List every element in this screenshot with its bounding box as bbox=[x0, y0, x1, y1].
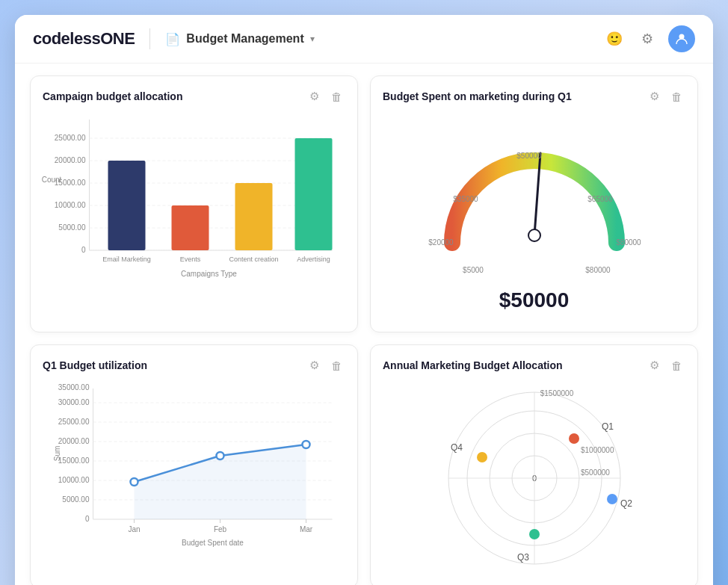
page-document-icon: 📄 bbox=[165, 32, 180, 46]
svg-text:15000.00: 15000.00 bbox=[58, 456, 90, 465]
svg-text:Mar: Mar bbox=[300, 525, 313, 533]
gauge-value: $50000 bbox=[499, 288, 569, 312]
svg-text:25000.00: 25000.00 bbox=[58, 418, 90, 426]
polar-chart-card-header: Annual Marketing Budget Allocation ⚙ 🗑 bbox=[383, 357, 685, 374]
bar-chart-delete-button[interactable]: 🗑 bbox=[328, 89, 345, 105]
svg-text:20000.00: 20000.00 bbox=[58, 437, 90, 445]
bar-chart-svg: 0 5000.00 10000.00 15000.00 20000.00 250… bbox=[43, 112, 345, 284]
svg-text:Email Marketing: Email Marketing bbox=[102, 256, 151, 263]
polar-container: 0 $500000 $1000000 $1500000 Q1 bbox=[383, 381, 685, 575]
page-title-area: 📄 Budget Management ▾ bbox=[165, 32, 602, 46]
user-avatar-button[interactable] bbox=[668, 25, 695, 52]
svg-text:5000.00: 5000.00 bbox=[62, 495, 90, 504]
gauge-card: Budget Spent on marketing during Q1 ⚙ 🗑 bbox=[370, 75, 698, 332]
bar-chart-actions: ⚙ 🗑 bbox=[306, 88, 345, 105]
polar-chart-settings-button[interactable]: ⚙ bbox=[647, 357, 662, 374]
svg-point-55 bbox=[303, 441, 310, 448]
svg-text:$80000: $80000 bbox=[585, 266, 611, 274]
gauge-delete-button[interactable]: 🗑 bbox=[668, 89, 685, 105]
gauge-svg: $35000 $50000 $65000 $20000 $80000 $5000… bbox=[407, 120, 661, 284]
bar-chart-y-label: Count bbox=[42, 176, 62, 205]
svg-point-53 bbox=[131, 478, 138, 486]
header-actions: 🙂 ⚙ bbox=[602, 25, 695, 52]
svg-rect-15 bbox=[108, 161, 146, 250]
svg-text:Q1: Q1 bbox=[602, 421, 614, 432]
svg-text:$50000: $50000 bbox=[516, 152, 542, 160]
bar-chart-settings-button[interactable]: ⚙ bbox=[306, 88, 322, 105]
svg-text:$5000: $5000 bbox=[463, 266, 484, 274]
dashboard-grid: Campaign budget allocation ⚙ 🗑 Count 0 5… bbox=[15, 64, 713, 585]
svg-text:$500000: $500000 bbox=[581, 468, 610, 477]
gauge-settings-button[interactable]: ⚙ bbox=[647, 88, 662, 105]
line-chart-area: 0 5000.00 10000.00 15000.00 20000.00 250… bbox=[43, 381, 345, 553]
gauge-title: Budget Spent on marketing during Q1 bbox=[383, 90, 572, 102]
line-chart-card-header: Q1 Budget utilization ⚙ 🗑 bbox=[43, 357, 345, 374]
svg-text:$20000: $20000 bbox=[428, 238, 454, 247]
polar-chart-delete-button[interactable]: 🗑 bbox=[668, 358, 685, 374]
svg-point-73 bbox=[569, 433, 579, 444]
bar-chart-card: Campaign budget allocation ⚙ 🗑 Count 0 5… bbox=[30, 75, 358, 332]
polar-chart-svg: 0 $500000 $1000000 $1500000 Q1 bbox=[407, 389, 661, 568]
gauge-actions: ⚙ 🗑 bbox=[647, 88, 685, 105]
svg-text:Sum: Sum bbox=[53, 446, 61, 462]
svg-text:5000.00: 5000.00 bbox=[58, 223, 86, 232]
gauge-card-header: Budget Spent on marketing during Q1 ⚙ 🗑 bbox=[383, 88, 685, 105]
bar-chart-card-header: Campaign budget allocation ⚙ 🗑 bbox=[43, 88, 345, 105]
svg-text:30000.00: 30000.00 bbox=[58, 398, 90, 406]
header-divider bbox=[149, 28, 150, 49]
svg-text:$65000: $65000 bbox=[587, 195, 613, 203]
svg-point-75 bbox=[607, 494, 617, 504]
emoji-icon-button[interactable]: 🙂 bbox=[602, 27, 626, 51]
svg-text:Q3: Q3 bbox=[516, 552, 528, 563]
svg-text:$1500000: $1500000 bbox=[540, 389, 573, 397]
svg-text:Feb: Feb bbox=[214, 525, 227, 533]
line-chart-actions: ⚙ 🗑 bbox=[306, 357, 345, 374]
line-chart-svg: 0 5000.00 10000.00 15000.00 20000.00 250… bbox=[43, 381, 345, 553]
svg-text:$35000: $35000 bbox=[453, 195, 478, 203]
svg-point-79 bbox=[477, 452, 487, 462]
page-title-dropdown-arrow[interactable]: ▾ bbox=[310, 34, 315, 44]
line-chart-title: Q1 Budget utilization bbox=[43, 359, 147, 371]
gauge-container: $35000 $50000 $65000 $20000 $80000 $5000… bbox=[383, 112, 685, 320]
svg-text:Budget Spent date: Budget Spent date bbox=[182, 539, 244, 547]
svg-rect-21 bbox=[295, 138, 333, 250]
header: codelessONE 📄 Budget Management ▾ 🙂 ⚙ bbox=[15, 15, 713, 64]
svg-text:$1000000: $1000000 bbox=[581, 446, 614, 454]
polar-chart-card: Annual Marketing Budget Allocation ⚙ 🗑 bbox=[370, 344, 698, 585]
svg-text:Q2: Q2 bbox=[620, 498, 632, 509]
svg-point-54 bbox=[217, 452, 224, 459]
svg-rect-19 bbox=[235, 183, 273, 250]
svg-text:35000.00: 35000.00 bbox=[58, 383, 90, 391]
line-chart-card: Q1 Budget utilization ⚙ 🗑 0 5000.00 bbox=[30, 344, 358, 585]
svg-text:20000.00: 20000.00 bbox=[55, 156, 86, 164]
svg-text:$80000: $80000 bbox=[616, 238, 641, 247]
svg-text:0: 0 bbox=[81, 246, 86, 254]
page-title: Budget Management bbox=[186, 32, 303, 46]
svg-text:Jan: Jan bbox=[128, 525, 140, 533]
polar-chart-title: Annual Marketing Budget Allocation bbox=[383, 359, 563, 371]
svg-rect-17 bbox=[172, 205, 209, 250]
svg-text:Campaigns Type: Campaigns Type bbox=[181, 270, 237, 278]
logo: codelessONE bbox=[33, 29, 135, 49]
bar-chart-title: Campaign budget allocation bbox=[43, 90, 182, 102]
bar-chart-area: Count 0 5000.00 10000.00 15000.00 200 bbox=[43, 112, 345, 284]
svg-text:25000.00: 25000.00 bbox=[55, 134, 86, 142]
svg-text:Content creation: Content creation bbox=[229, 256, 278, 263]
svg-text:Advertising: Advertising bbox=[297, 256, 330, 263]
svg-point-26 bbox=[531, 232, 537, 238]
logo-text: codelessONE bbox=[33, 29, 135, 48]
svg-text:0: 0 bbox=[85, 515, 90, 523]
settings-icon-button[interactable]: ⚙ bbox=[635, 27, 659, 51]
polar-chart-actions: ⚙ 🗑 bbox=[647, 357, 685, 374]
svg-point-77 bbox=[529, 529, 540, 539]
line-chart-delete-button[interactable]: 🗑 bbox=[328, 358, 345, 374]
app-container: codelessONE 📄 Budget Management ▾ 🙂 ⚙ Ca… bbox=[15, 15, 713, 585]
svg-text:Q4: Q4 bbox=[451, 442, 463, 453]
svg-text:Events: Events bbox=[180, 256, 201, 263]
line-chart-settings-button[interactable]: ⚙ bbox=[306, 357, 322, 374]
svg-text:10000.00: 10000.00 bbox=[58, 476, 90, 484]
